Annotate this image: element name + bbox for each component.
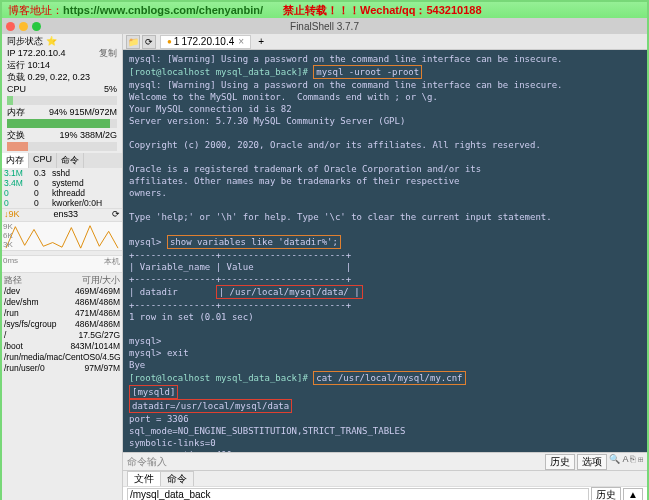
cmd-mysql-login: mysql -uroot -proot (313, 65, 422, 79)
banner-warn: 禁止转载！！！Wechat/qq：543210188 (283, 3, 481, 18)
disk-row: /run471M/486M (4, 308, 120, 319)
net-iface[interactable]: ens33 (53, 209, 78, 219)
disk-row: /dev469M/469M (4, 286, 120, 297)
path-bar: 历史 ▲ (123, 486, 647, 500)
tab-number: 1 (174, 36, 180, 47)
proc-tabs: 内存 CPU 命令 (2, 153, 122, 168)
datadir-value: | /usr/local/mysql/data/ | (216, 285, 363, 299)
bullet-icon: ● (167, 37, 172, 46)
cpu-bar (7, 96, 117, 105)
toolbar-icons[interactable]: 🔍 A ⎘ ⊞ (609, 454, 643, 470)
ip-value: 172.20.10.4 (18, 48, 66, 58)
copy-button[interactable]: 复制 (99, 47, 117, 59)
tab-files[interactable]: 文件 (127, 471, 161, 486)
net-header: ↓9K ens33 ⟳ (2, 208, 122, 219)
disk-row: /dev/shm486M/486M (4, 297, 120, 308)
tab-mem[interactable]: 内存 (2, 153, 29, 168)
command-bar: 命令输入 历史 选项 🔍 A ⎘ ⊞ (123, 452, 647, 470)
tab-cpu[interactable]: CPU (29, 153, 57, 168)
disk-row: /17.5G/27G (4, 330, 120, 341)
cpu-pct: 5% (104, 83, 117, 95)
tab-ip: 172.20.10.4 (181, 36, 234, 47)
session-tabs: 📁 ⟳ ● 1 172.20.10.4 × + (123, 34, 647, 50)
mem-pct: 94% (49, 107, 67, 117)
cnf-datadir: datadir=/usr/local/mysql/data (129, 399, 292, 413)
path-history-button[interactable]: 历史 (591, 487, 621, 501)
latency-graph: 0ms 本机 (2, 255, 122, 273)
banner-url: https://www.cnblogs.com/chenyanbin/ (63, 4, 263, 16)
disk-hdr-size: 可用/大小 (82, 275, 120, 286)
load-label: 负载 (7, 72, 25, 82)
shell-prompt: [root@localhost mysql_data_back]# (129, 373, 308, 383)
history-button[interactable]: 历史 (545, 454, 575, 470)
cnf-mysqld: [mysqld] (129, 385, 178, 399)
cmd-input-label[interactable]: 命令输入 (127, 455, 167, 469)
close-tab-icon[interactable]: × (238, 36, 244, 47)
refresh-tab-icon[interactable]: ⟳ (142, 35, 156, 49)
star-icon[interactable]: ⭐ (46, 36, 57, 46)
load-value: 0.29, 0.22, 0.23 (28, 72, 91, 82)
uptime-value: 10:14 (28, 60, 51, 70)
mem-bar (7, 119, 117, 128)
cmd-cat-cnf: cat /usr/local/mysql/my.cnf (313, 371, 465, 385)
disk-row: /run/user/097M/97M (4, 363, 120, 374)
mysql-prompt: mysql> (129, 237, 162, 247)
disk-row: /sys/fs/cgroup486M/486M (4, 319, 120, 330)
path-input[interactable] (127, 488, 589, 500)
net-graph: 9K6K3K (2, 221, 122, 251)
ip-label: IP (7, 48, 15, 58)
proc-row: 00kworker/0:0H (4, 198, 120, 208)
new-tab-button[interactable]: + (254, 36, 268, 47)
process-list: 3.1M0.3sshd 3.4M0systemd 00kthreadd 00kw… (2, 168, 122, 208)
mem-label: 内存 (7, 106, 25, 118)
banner-prefix: 博客地址： (8, 3, 63, 18)
disk-row: /run/media/mac/CentOS0/4.5G (4, 352, 120, 363)
tab-cmd[interactable]: 命令 (57, 153, 84, 168)
path-up-icon[interactable]: ▲ (623, 488, 643, 500)
swap-label: 交换 (7, 129, 25, 141)
blog-banner: 博客地址： https://www.cnblogs.com/chenyanbin… (2, 2, 647, 18)
cpu-label: CPU (7, 83, 26, 95)
swap-val: 388M/2G (80, 130, 117, 140)
cmd-show-vars: show variables like 'datadir%'; (167, 235, 341, 249)
session-tab[interactable]: ● 1 172.20.10.4 × (160, 35, 251, 49)
options-button[interactable]: 选项 (577, 454, 607, 470)
local-label: 本机 (104, 256, 120, 267)
swap-pct: 19% (59, 130, 77, 140)
window-title: FinalShell 3.7.7 (2, 21, 647, 32)
sidebar: 同步状态 ⭐ IP 172.20.10.4复制 运行 10:14 负载 0.29… (2, 34, 123, 500)
folder-icon[interactable]: 📁 (126, 35, 140, 49)
terminal[interactable]: mysql: [Warning] Using a password on the… (123, 50, 647, 452)
disk-hdr-path: 路径 (4, 275, 22, 286)
disk-row: /boot843M/1014M (4, 341, 120, 352)
refresh-icon[interactable]: ⟳ (112, 209, 120, 219)
tab-commands[interactable]: 命令 (160, 471, 194, 486)
net-down: ↓9K (4, 209, 20, 219)
proc-row: 3.4M0systemd (4, 178, 120, 188)
shell-prompt: [root@localhost mysql_data_back]# (129, 67, 308, 77)
sync-label: 同步状态 (7, 36, 43, 46)
proc-row: 3.1M0.3sshd (4, 168, 120, 178)
bottom-tabs: 文件 命令 (123, 470, 647, 486)
mem-val: 915M/972M (69, 107, 117, 117)
proc-row: 00kthreadd (4, 188, 120, 198)
titlebar[interactable]: FinalShell 3.7.7 (2, 18, 647, 34)
uptime-label: 运行 (7, 60, 25, 70)
swap-bar (7, 142, 117, 151)
